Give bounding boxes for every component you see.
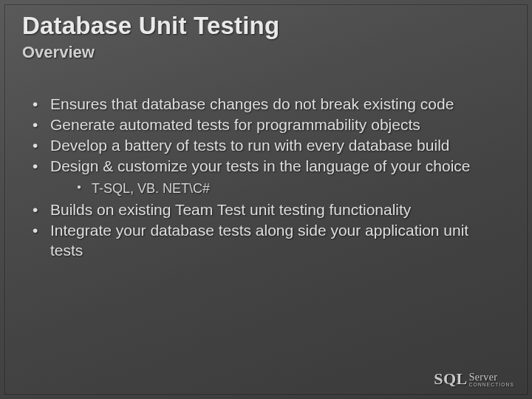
list-item-text: Design & customize your tests in the lan… <box>50 157 470 174</box>
logo-server-wrap: Server CONNECTIONS <box>469 373 514 386</box>
slide: Database Unit Testing Overview Ensures t… <box>0 0 532 399</box>
footer-logo: SQL Server CONNECTIONS <box>434 369 514 389</box>
bullet-list: Ensures that database changes do not bre… <box>28 95 502 260</box>
slide-subtitle: Overview <box>22 43 95 62</box>
list-item-text: Generate automated tests for programmabi… <box>50 116 420 133</box>
list-item-text: Ensures that database changes do not bre… <box>50 95 454 112</box>
logo-tagline: CONNECTIONS <box>469 383 514 387</box>
logo-sql: SQL <box>434 369 468 389</box>
list-item-text: Builds on existing Team Test unit testin… <box>50 201 411 218</box>
slide-body: Ensures that database changes do not bre… <box>28 95 502 261</box>
slide-title: Database Unit Testing <box>22 12 279 40</box>
list-item: Builds on existing Team Test unit testin… <box>28 200 502 220</box>
list-item: Design & customize your tests in the lan… <box>28 157 502 197</box>
list-item: Generate automated tests for programmabi… <box>28 115 502 135</box>
sub-bullet-list: T-SQL, VB. NET\C# <box>50 180 502 197</box>
sub-list-item: T-SQL, VB. NET\C# <box>50 180 502 197</box>
sub-list-item-text: T-SQL, VB. NET\C# <box>92 181 210 196</box>
list-item-text: Integrate your database tests along side… <box>50 222 468 259</box>
list-item: Integrate your database tests along side… <box>28 221 502 261</box>
list-item: Ensures that database changes do not bre… <box>28 95 502 115</box>
list-item: Develop a battery of tests to run with e… <box>28 136 502 156</box>
logo-server: Server <box>469 373 497 382</box>
list-item-text: Develop a battery of tests to run with e… <box>50 137 449 154</box>
